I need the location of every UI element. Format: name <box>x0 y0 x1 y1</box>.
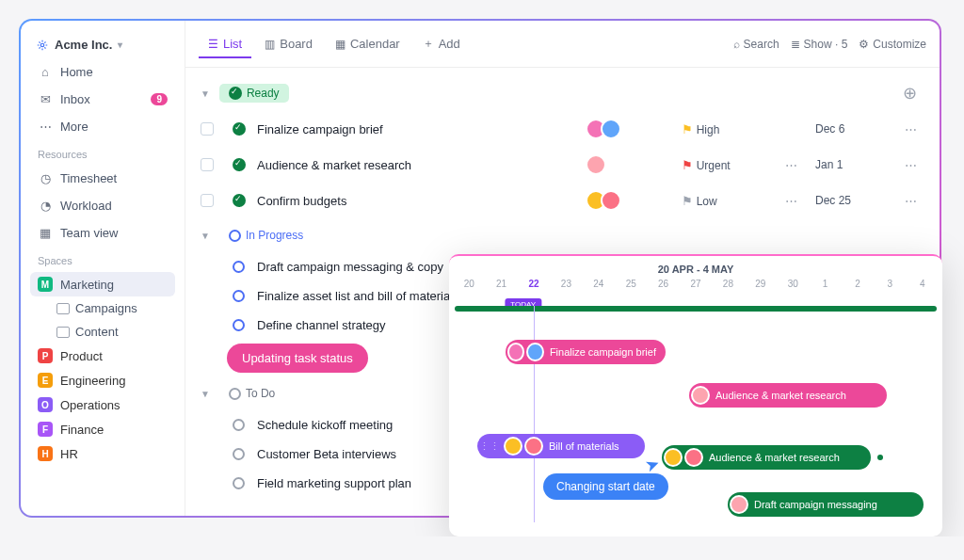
date-cell[interactable]: 21 <box>485 279 517 289</box>
due-date[interactable]: Dec 25 <box>815 194 891 207</box>
calendar-icon: ▦ <box>335 38 345 51</box>
timeline-bar[interactable]: Audience & market research <box>689 383 887 408</box>
status-icon[interactable] <box>233 261 245 273</box>
space-finance[interactable]: FFinance <box>30 417 175 441</box>
task-row[interactable]: Confirm budgets ⚑ Low ⋯ Dec 25 ⋯ <box>185 183 940 218</box>
row-menu[interactable]: ⋯ <box>896 194 924 208</box>
avatar <box>586 154 606 175</box>
group-ready-header[interactable]: ▼ Ready ⊕ <box>185 75 940 111</box>
avatar <box>504 437 522 456</box>
task-row[interactable]: Finalize campaign brief ⚑ High Dec 6 ⋯ <box>185 111 940 147</box>
date-cell[interactable]: 20 <box>453 279 485 289</box>
due-date[interactable]: Jan 1 <box>815 158 891 171</box>
check-icon <box>229 87 242 100</box>
assignees[interactable] <box>591 154 676 175</box>
assignees[interactable] <box>591 190 676 211</box>
date-cell[interactable]: 25 <box>615 279 647 289</box>
priority[interactable]: ⚑ Low <box>682 194 766 208</box>
add-task-button[interactable]: ⊕ <box>903 83 917 104</box>
space-operations[interactable]: OOperations <box>30 392 175 417</box>
show-button[interactable]: ≣Show · 5 <box>791 38 848 51</box>
space-hr[interactable]: HHR <box>30 441 175 466</box>
timeline-bar[interactable]: ⋮⋮Bill of materials <box>477 434 645 458</box>
tab-list[interactable]: ☰List <box>199 31 251 58</box>
sidebar: Acme Inc. ▾ ⌂ Home ✉ Inbox 9 ⋯ More Reso… <box>21 21 185 516</box>
nav-teamview[interactable]: ▦Team view <box>30 220 175 246</box>
more-icon[interactable]: ⋯ <box>772 194 810 208</box>
folder-content[interactable]: Content <box>30 320 175 344</box>
timeline-bar[interactable]: Audience & market research <box>662 445 871 470</box>
status-icon[interactable] <box>233 448 245 460</box>
status-icon[interactable] <box>233 158 246 171</box>
assignees[interactable] <box>591 119 676 139</box>
date-cell[interactable]: 24 <box>583 279 615 289</box>
timeline-bar[interactable]: Finalize campaign brief <box>506 340 666 364</box>
status-icon[interactable] <box>233 419 245 431</box>
due-date[interactable]: Dec 6 <box>815 122 891 136</box>
todo-icon <box>229 388 241 400</box>
space-marketing[interactable]: MMarketing <box>30 272 175 296</box>
date-cell[interactable]: 3 <box>874 279 906 289</box>
date-cell[interactable]: 27 <box>680 279 712 289</box>
customize-button[interactable]: ⚙Customize <box>859 38 926 51</box>
space-icon: P <box>38 348 53 363</box>
bar-label: Finalize campaign brief <box>550 346 656 358</box>
record-dot-icon <box>877 455 883 460</box>
date-cell[interactable]: 22 <box>518 279 550 289</box>
task-checkbox[interactable] <box>201 122 214 136</box>
tab-board[interactable]: ▥Board <box>255 31 322 56</box>
more-icon[interactable]: ⋯ <box>772 158 810 172</box>
task-checkbox[interactable] <box>201 194 214 207</box>
nav-timesheet[interactable]: ◷Timesheet <box>30 166 175 191</box>
priority[interactable]: ⚑ Urgent <box>682 158 766 172</box>
timeline-date-row: 20212223242526272829301234 <box>449 279 942 289</box>
space-label: Finance <box>60 423 104 437</box>
group-progress-header[interactable]: ▼ In Progress <box>185 218 940 252</box>
chevron-down-icon[interactable]: ▼ <box>201 231 210 241</box>
timeline-range: 20 APR - 4 MAY <box>449 256 942 279</box>
nav-more[interactable]: ⋯ More <box>30 114 175 139</box>
status-icon[interactable] <box>233 122 246 136</box>
row-menu[interactable]: ⋯ <box>896 122 924 136</box>
status-icon[interactable] <box>233 319 245 331</box>
chevron-down-icon[interactable]: ▼ <box>201 88 210 99</box>
nav-inbox[interactable]: ✉ Inbox 9 <box>30 87 175 112</box>
avatar <box>526 343 543 361</box>
date-cell[interactable]: 30 <box>777 279 809 289</box>
priority[interactable]: ⚑ High <box>682 122 766 136</box>
avatar <box>601 190 621 211</box>
nav-home[interactable]: ⌂ Home <box>30 59 175 85</box>
row-menu[interactable]: ⋯ <box>896 158 924 172</box>
inbox-badge: 9 <box>151 93 168 105</box>
section-resources: Resources <box>30 141 175 164</box>
sliders-icon: ≣ <box>791 38 800 51</box>
status-icon[interactable] <box>233 290 245 302</box>
date-cell[interactable]: 23 <box>550 279 582 289</box>
tab-calendar[interactable]: ▦Calendar <box>326 31 410 56</box>
date-cell[interactable]: 2 <box>842 279 874 289</box>
date-cell[interactable]: 28 <box>712 279 744 289</box>
date-cell[interactable]: 29 <box>745 279 777 289</box>
workspace-icon <box>36 39 49 52</box>
tab-add[interactable]: ＋Add <box>413 30 470 57</box>
nav-workload[interactable]: ◔Workload <box>30 193 175 218</box>
task-title: Confirm budgets <box>257 194 586 208</box>
timeline-panel: 20 APR - 4 MAY 2021222324252627282930123… <box>449 254 942 536</box>
status-icon[interactable] <box>233 477 245 489</box>
space-engineering[interactable]: EEngineering <box>30 368 175 392</box>
timeline-bar[interactable]: Draft campaign messaging <box>728 492 924 517</box>
chevron-down-icon[interactable]: ▼ <box>201 389 210 399</box>
folder-campaigns[interactable]: Campaigns <box>30 296 175 320</box>
task-checkbox[interactable] <box>201 158 214 171</box>
date-cell[interactable]: 4 <box>907 279 939 289</box>
space-product[interactable]: PProduct <box>30 344 175 368</box>
status-ready-pill: Ready <box>219 84 289 103</box>
date-cell[interactable]: 1 <box>809 279 841 289</box>
search-button[interactable]: ⌕Search <box>733 38 779 51</box>
space-label: Operations <box>60 398 120 412</box>
drag-handle-icon[interactable]: ⋮⋮ <box>479 440 500 453</box>
status-icon[interactable] <box>233 194 246 207</box>
task-row[interactable]: Audience & market research ⚑ Urgent ⋯ Ja… <box>185 147 940 183</box>
date-cell[interactable]: 26 <box>647 279 679 289</box>
workspace-switcher[interactable]: Acme Inc. ▾ <box>30 32 175 57</box>
